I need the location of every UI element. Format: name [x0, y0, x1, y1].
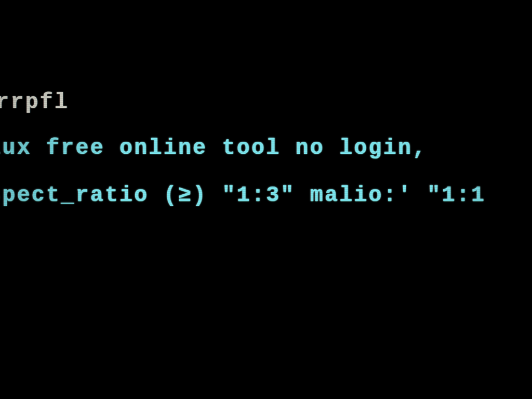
- terminal-line-1: rrpfl: [0, 91, 69, 113]
- terminal-line-2: lux free online tool no login,: [0, 137, 427, 159]
- terminal-line-3: spect_ratio (≥) "1:3" malio:' "1:1: [0, 184, 486, 206]
- terminal-screen[interactable]: rrpfl lux free online tool no login, spe…: [0, 0, 532, 399]
